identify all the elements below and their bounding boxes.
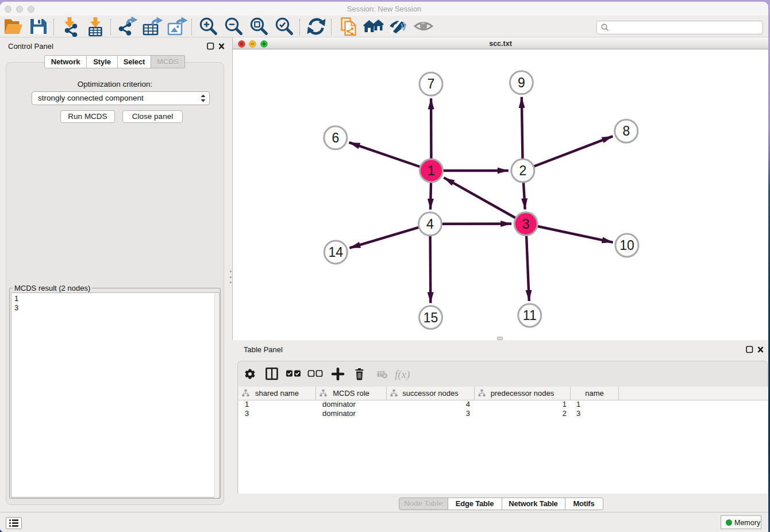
svg-text:6: 6	[332, 130, 339, 145]
svg-text:2: 2	[519, 163, 526, 178]
svg-text:11: 11	[523, 308, 537, 323]
svg-text:7: 7	[428, 76, 435, 91]
svg-text:8: 8	[622, 124, 630, 138]
svg-text:14: 14	[329, 245, 344, 260]
svg-text:10: 10	[619, 238, 634, 253]
svg-text:f(x): f(x)	[395, 368, 410, 381]
svg-text:1: 1	[428, 163, 435, 178]
svg-text:9: 9	[518, 75, 525, 90]
svg-text:4: 4	[426, 217, 434, 232]
svg-text:15: 15	[424, 310, 438, 325]
svg-text:3: 3	[522, 217, 530, 232]
